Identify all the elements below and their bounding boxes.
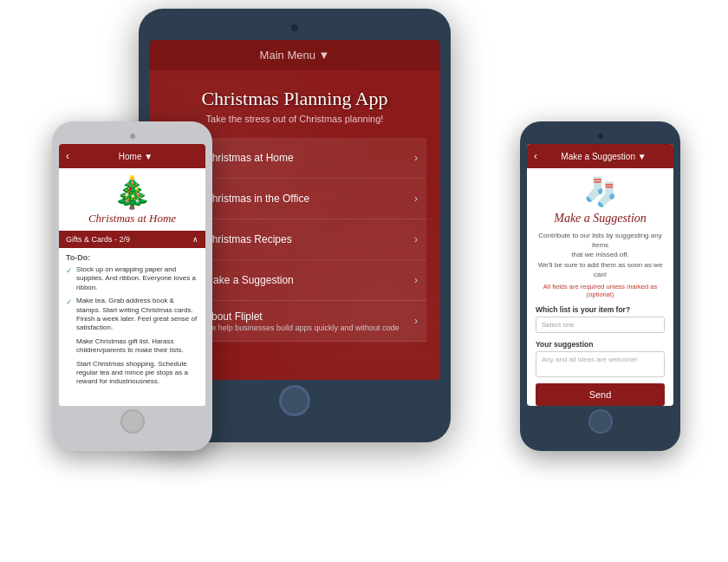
empty-check-icon-2: ✓ [66, 338, 73, 349]
suggestion-textarea-label: Your suggestion [536, 340, 665, 349]
list-label: Which list is your item for? [536, 305, 665, 314]
list-select[interactable]: Select one [536, 317, 665, 333]
tablet-header[interactable]: Main Menu ▼ [149, 40, 440, 70]
todo-item-1: ✓ Make tea. Grab address book & stamps. … [66, 297, 198, 333]
phone-right-device: ‹ Make a Suggestion ▼ 🧦 Make a Suggestio… [520, 121, 680, 451]
todo-text-3: Start Christmas shopping. Schedule regul… [76, 360, 198, 387]
back-icon-left[interactable]: ‹ [66, 150, 69, 162]
phone-left-camera [130, 134, 135, 139]
phone-left-app-title: Christmas at Home [88, 212, 176, 225]
todo-text-0: Stock up on wrapping paper and supplies.… [76, 265, 198, 292]
suggestion-required-note: All fields are required unless marked as… [536, 283, 665, 298]
todo-text-1: Make tea. Grab address book & stamps. St… [76, 297, 198, 333]
suggestion-title: Make a Suggestion [527, 212, 673, 225]
christmas-tree-icon: 🎄 [113, 177, 152, 208]
todo-label: To-Do: [66, 253, 198, 262]
chevron-right-icon-3: › [414, 274, 418, 286]
todo-item-2: ✓ Make Christmas gift list. Harass child… [66, 337, 198, 356]
phone-left-header-title: Home ▼ [73, 152, 198, 161]
checkmark-icon-1: ✓ [66, 297, 73, 308]
scene: Main Menu ▼ Christmas Planning App Take … [0, 0, 728, 562]
empty-check-icon-3: ✓ [66, 361, 73, 371]
phone-todo-area: To-Do: ✓ Stock up on wrapping paper and … [59, 248, 205, 406]
phone-right-home-button[interactable] [588, 409, 613, 434]
todo-item-0: ✓ Stock up on wrapping paper and supplie… [66, 265, 198, 292]
phone-section-header[interactable]: Gifts & Cards - 2/9 ∧ [59, 231, 205, 248]
section-label: Gifts & Cards - 2/9 [66, 235, 130, 244]
phone-left-screen: ‹ Home ▼ 🎄 Christmas at Home Gifts & Car… [59, 144, 205, 406]
suggestion-textarea[interactable]: Any and all ideas are welcome! [536, 351, 665, 377]
tablet-menu-label-2: Christmas Recipes [205, 233, 292, 245]
suggestion-desc-1: Contribute to our lists by suggesting an… [536, 231, 665, 279]
phone-left-home-button[interactable] [120, 409, 145, 434]
chevron-right-icon-1: › [414, 193, 418, 205]
chevron-right-icon-4: › [414, 315, 418, 327]
tablet-subtitle: Take the stress out of Christmas plannin… [206, 114, 384, 124]
tablet-camera [291, 24, 298, 31]
tablet-menu-label-0: Christmas at Home [205, 152, 294, 164]
chevron-up-icon: ∧ [192, 235, 198, 244]
phone-left-header[interactable]: ‹ Home ▼ [59, 144, 205, 168]
todo-text-2: Make Christmas gift list. Harass childre… [76, 337, 198, 356]
tablet-menu-desc-4: We help businesses build apps quickly an… [205, 323, 414, 332]
phone-left-device: ‹ Home ▼ 🎄 Christmas at Home Gifts & Car… [52, 121, 212, 451]
tablet-menu-label-3: Make a Suggestion [205, 274, 294, 286]
tablet-menu-label-1: Christmas in the Office [205, 193, 309, 205]
tablet-app-title: Christmas Planning App [201, 88, 387, 110]
phone-tree-area: 🎄 Christmas at Home [59, 168, 205, 231]
phone-right-screen: ‹ Make a Suggestion ▼ 🧦 Make a Suggestio… [527, 144, 673, 406]
phone-right-camera [598, 134, 603, 139]
send-button[interactable]: Send [536, 383, 665, 406]
phone-right-header-title: Make a Suggestion ▼ [541, 152, 666, 161]
checkmark-icon-0: ✓ [66, 266, 73, 277]
chevron-right-icon-2: › [414, 233, 418, 245]
stocking-icon: 🧦 [527, 175, 673, 208]
tablet-home-button[interactable] [279, 385, 310, 416]
back-icon-right[interactable]: ‹ [534, 150, 537, 162]
phone-right-header[interactable]: ‹ Make a Suggestion ▼ [527, 144, 673, 168]
tablet-menu-content-4: About Fliplet We help businesses build a… [205, 310, 414, 332]
suggestion-body: Contribute to our lists by suggesting an… [527, 231, 673, 383]
tablet-menu-label-4: About Fliplet [205, 310, 414, 323]
todo-item-3: ✓ Start Christmas shopping. Schedule reg… [66, 360, 198, 387]
chevron-right-icon-0: › [414, 152, 418, 164]
